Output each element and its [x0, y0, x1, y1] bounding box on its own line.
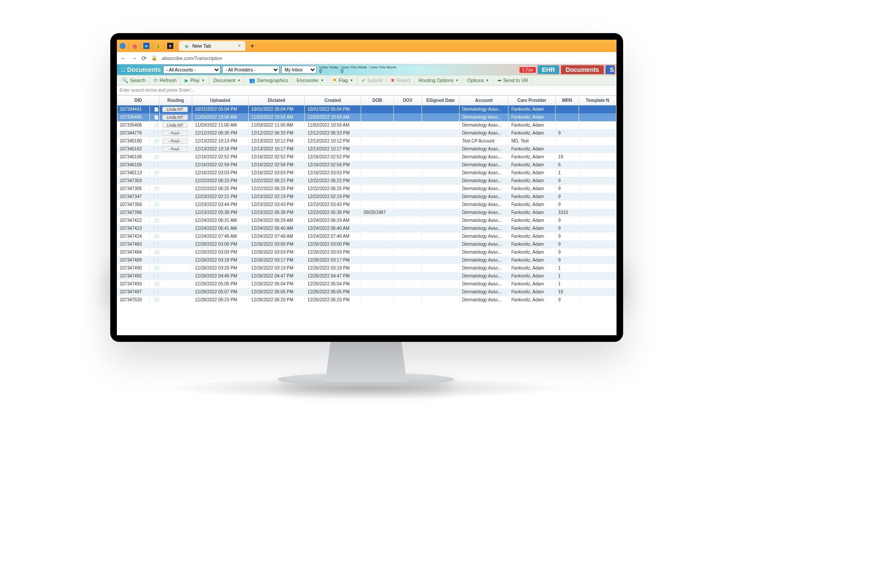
- url-text[interactable]: altascribe.com/Transcription: [162, 56, 222, 61]
- cell-ico: 📄: [150, 185, 159, 193]
- browser-favicon-3[interactable]: in: [143, 43, 149, 49]
- routing-pill[interactable]: Linda MT: [162, 123, 188, 128]
- table-row[interactable]: 107347358📄12/23/2022 03:44 PM12/23/2022 …: [117, 201, 617, 209]
- table-row[interactable]: 107347423📄12/24/2022 06:41 AM12/24/2022 …: [117, 225, 617, 232]
- encounter-button[interactable]: Encounter▼: [293, 77, 328, 84]
- table-row[interactable]: 107347305📄12/22/2022 06:25 PM12/22/2022 …: [117, 185, 617, 193]
- cell-account: Dermatology Asso...: [459, 105, 508, 113]
- cell-provider: Fankovitz, Adam: [508, 288, 555, 296]
- inbox-select[interactable]: My Inbox: [281, 66, 317, 74]
- table-row[interactable]: 107346109📄12/16/2022 02:59 PM12/16/2022 …: [117, 161, 617, 169]
- play-button[interactable]: ▶Play▼: [181, 77, 209, 84]
- col-dob[interactable]: DOB: [361, 96, 393, 105]
- table-row[interactable]: 107347489📄12/26/2022 03:18 PM12/26/2022 …: [117, 256, 617, 264]
- table-row[interactable]: 107347493📄12/26/2022 05:05 PM12/26/2022 …: [117, 280, 617, 288]
- col-uploaded[interactable]: Uploaded: [192, 96, 249, 105]
- col-created[interactable]: Created: [305, 96, 361, 105]
- browser-favicon-2[interactable]: ⬤: [131, 43, 138, 49]
- table-row[interactable]: 107347483📄12/26/2022 03:00 PM12/26/2022 …: [117, 240, 617, 248]
- forward-button[interactable]: →: [131, 55, 137, 62]
- col-esigned[interactable]: ESigned Date: [422, 96, 459, 105]
- table-row[interactable]: 107347520📄12/26/2022 06:23 PM12/26/2022 …: [117, 296, 617, 304]
- reject-button[interactable]: ✖Reject: [387, 77, 414, 84]
- table-row[interactable]: 107347396📄12/23/2022 05:38 PM12/23/2022 …: [117, 209, 617, 217]
- table-row[interactable]: 107345182📄- Pool -12/13/2022 10:18 PM12/…: [117, 145, 617, 153]
- fax-badge[interactable]: 1 Fax: [519, 67, 536, 73]
- col-did[interactable]: DID: [117, 96, 160, 105]
- cell-ico: 📄: [150, 161, 159, 169]
- tab-close-icon[interactable]: ×: [238, 43, 241, 49]
- search-icon: 🔍: [122, 78, 128, 83]
- reload-button[interactable]: ⟳: [142, 55, 147, 62]
- cell-template: [579, 296, 616, 304]
- cell-did: 107347424: [117, 232, 150, 240]
- demographics-button[interactable]: 👥Demographics: [246, 77, 292, 84]
- send-to-vr-button[interactable]: ➡Send to VR: [494, 77, 532, 84]
- cell-did: 107347305: [117, 185, 150, 193]
- cell-uploaded: 12/26/2022 04:48 PM: [192, 272, 249, 280]
- table-row[interactable]: 107344776📄- Pool -12/12/2022 06:35 PM12/…: [117, 129, 617, 137]
- col-dictated[interactable]: Dictated: [248, 96, 305, 105]
- col-provider[interactable]: Care Provider: [508, 96, 555, 105]
- cell-dictated: 12/13/2022 10:12 PM: [248, 137, 305, 145]
- cell-dov: [394, 185, 422, 193]
- flag-button[interactable]: ⚑Flag▼: [329, 77, 357, 84]
- cell-dictated: 12/23/2022 03:43 PM: [248, 201, 305, 209]
- cell-esigned: [422, 264, 459, 272]
- table-row[interactable]: 107347422📄12/24/2022 06:31 AM12/24/2022 …: [117, 217, 617, 225]
- cell-ico: 📄: [150, 217, 159, 225]
- routing-pill[interactable]: Linda MT: [162, 115, 188, 120]
- col-dov[interactable]: DOV: [394, 96, 422, 105]
- cell-created: 12/23/2022 03:43 PM: [305, 201, 361, 209]
- refresh-button[interactable]: ⟳Refresh: [150, 77, 181, 84]
- table-row[interactable]: 107347492📄12/26/2022 04:48 PM12/26/2022 …: [117, 272, 617, 280]
- cell-template: [579, 121, 616, 129]
- providers-select[interactable]: - All Providers -: [222, 66, 280, 74]
- cell-mrn: [555, 145, 579, 153]
- cell-created: 12/24/2022 07:48 AM: [305, 232, 361, 240]
- options-button[interactable]: Options▼: [463, 77, 493, 84]
- table-row[interactable]: 107335406📄Linda MT11/03/2022 11:00 AM11/…: [117, 121, 617, 129]
- submit-button[interactable]: ✔Submit: [358, 77, 386, 84]
- back-button[interactable]: ←: [120, 55, 127, 62]
- browser-favicon-1[interactable]: [120, 43, 126, 49]
- search-input[interactable]: Enter search terms and press 'Enter'...: [117, 86, 617, 95]
- table-row[interactable]: 107347347📄12/23/2022 02:21 PM12/23/2022 …: [117, 193, 617, 201]
- browser-tab-active[interactable]: ◉ New Tab ×: [179, 41, 245, 51]
- cell-esigned: [422, 240, 459, 248]
- cell-dov: [394, 232, 422, 240]
- col-account[interactable]: Account: [459, 96, 508, 105]
- cell-esigned: [422, 248, 459, 256]
- document-icon: 📄: [154, 115, 159, 120]
- document-button[interactable]: Document▼: [210, 77, 245, 84]
- table-row[interactable]: 107347490📄12/26/2022 03:20 PM12/26/2022 …: [117, 264, 617, 272]
- tab-s[interactable]: S: [605, 65, 615, 74]
- col-template[interactable]: Template N: [579, 96, 616, 105]
- table-row[interactable]: 107346113📄12/16/2022 03:03 PM12/16/2022 …: [117, 169, 617, 177]
- table-row[interactable]: 107335405📄Linda MT11/03/2022 10:58 AM11/…: [117, 113, 617, 121]
- tab-documents[interactable]: Documents: [561, 65, 603, 74]
- cell-provider: Fankovitz, Adam: [508, 161, 555, 169]
- routing-pill[interactable]: - Pool -: [162, 146, 188, 152]
- table-row[interactable]: 107347303📄12/22/2022 06:23 PM12/22/2022 …: [117, 177, 617, 185]
- table-row[interactable]: 107347484📄12/26/2022 03:03 PM12/26/2022 …: [117, 248, 617, 256]
- search-button[interactable]: 🔍Search: [119, 77, 149, 84]
- cell-template: [579, 169, 616, 177]
- new-tab-button[interactable]: +: [248, 42, 257, 49]
- table-row[interactable]: 107347497📄12/26/2022 05:07 PM12/26/2022 …: [117, 288, 617, 296]
- routing-pill[interactable]: - Pool -: [162, 131, 188, 136]
- browser-favicon-4[interactable]: ▮: [155, 43, 161, 49]
- table-row[interactable]: 107345180📄- Pool -12/13/2022 10:13 PM12/…: [117, 137, 617, 145]
- table-row[interactable]: 107346106📄12/16/2022 02:52 PM12/16/2022 …: [117, 153, 617, 161]
- tab-ehr[interactable]: EHR: [538, 65, 560, 74]
- col-mrn[interactable]: MRN: [555, 96, 579, 105]
- routing-pill[interactable]: Linda MT: [162, 107, 188, 112]
- cell-template: [579, 240, 616, 248]
- table-row[interactable]: 107334441📄Linda MT10/31/2022 05:04 PM10/…: [117, 105, 617, 113]
- browser-favicon-5[interactable]: S: [167, 43, 173, 49]
- routing-pill[interactable]: - Pool -: [162, 139, 188, 144]
- routing-options-button[interactable]: Routing Options▼: [415, 77, 463, 84]
- table-row[interactable]: 107347424📄12/24/2022 07:48 AM12/24/2022 …: [117, 232, 617, 240]
- accounts-select[interactable]: - All Accounts -: [163, 66, 220, 74]
- col-routing[interactable]: Routing: [159, 96, 192, 105]
